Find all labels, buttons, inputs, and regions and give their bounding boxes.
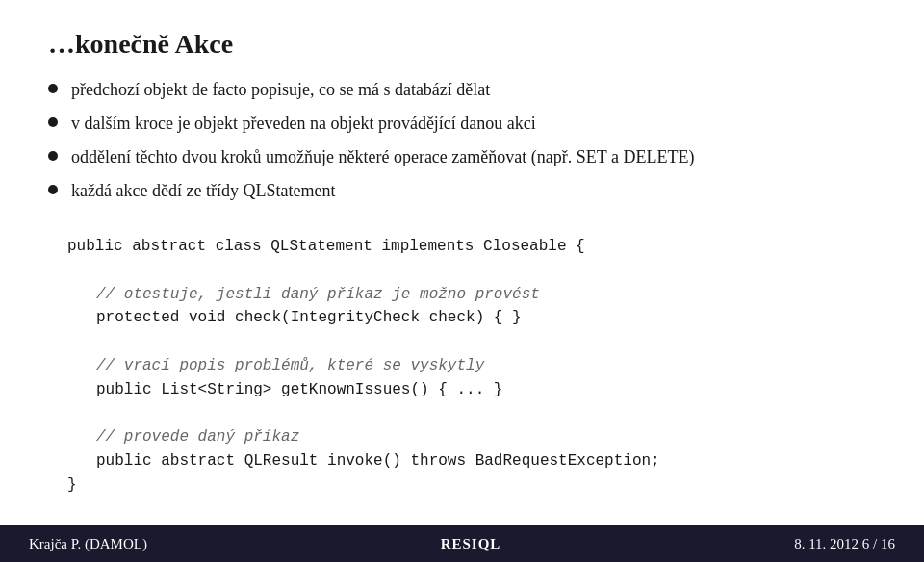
code-line-8: // provede daný příkaz bbox=[96, 425, 876, 449]
code-comment-text: // provede daný příkaz bbox=[96, 428, 299, 446]
content-area: …konečně Akce předchozí objekt de facto … bbox=[0, 0, 924, 525]
list-item: předchozí objekt de facto popisuje, co s… bbox=[48, 77, 876, 103]
code-comment-text: // vrací popis problémů, které se vyskyt… bbox=[96, 357, 484, 374]
code-text: public List<String> getKnownIssues() { .… bbox=[96, 381, 502, 398]
bullet-icon bbox=[48, 151, 58, 161]
code-line-0: public abstract class QLStatement implem… bbox=[67, 235, 876, 259]
code-block: public abstract class QLStatement implem… bbox=[67, 235, 876, 498]
code-line-5: // vrací popis problémů, které se vyskyt… bbox=[96, 354, 876, 378]
bullet-list: předchozí objekt de facto popisuje, co s… bbox=[48, 77, 876, 212]
bullet-text: v dalším kroce je objekt převeden na obj… bbox=[71, 111, 536, 137]
code-line-blank-7 bbox=[67, 402, 876, 426]
code-line-3: protected void check(IntegrityCheck chec… bbox=[96, 306, 876, 330]
bullet-text: předchozí objekt de facto popisuje, co s… bbox=[71, 77, 490, 103]
bullet-icon bbox=[48, 117, 58, 127]
footer-author: Krajča P. (DAMOL) bbox=[29, 536, 147, 552]
code-text: public abstract class QLStatement implem… bbox=[67, 238, 585, 255]
code-line-10: } bbox=[67, 473, 876, 498]
code-line-6: public List<String> getKnownIssues() { .… bbox=[96, 378, 876, 402]
list-item: v dalším kroce je objekt převeden na obj… bbox=[48, 111, 876, 137]
code-line-2: // otestuje, jestli daný příkaz je možno… bbox=[96, 283, 876, 307]
code-text: protected void check(IntegrityCheck chec… bbox=[96, 309, 522, 326]
code-line-blank-1 bbox=[67, 259, 876, 283]
slide: …konečně Akce předchozí objekt de facto … bbox=[0, 0, 924, 562]
bullet-text: oddělení těchto dvou kroků umožňuje někt… bbox=[71, 144, 694, 170]
code-line-9: public abstract QLResult invoke() throws… bbox=[96, 449, 876, 473]
bullet-text: každá akce dědí ze třídy QLStatement bbox=[71, 178, 335, 204]
code-comment-text: // otestuje, jestli daný příkaz je možno… bbox=[96, 286, 540, 303]
code-text: } bbox=[67, 476, 77, 494]
footer: Krajča P. (DAMOL) RESIQL 8. 11. 2012 6 /… bbox=[0, 525, 924, 562]
footer-pagination: 8. 11. 2012 6 / 16 bbox=[794, 536, 895, 552]
footer-title: RESIQL bbox=[441, 536, 501, 552]
bullet-icon bbox=[48, 185, 58, 194]
slide-title: …konečně Akce bbox=[48, 29, 876, 60]
code-text: public abstract QLResult invoke() throws… bbox=[96, 452, 660, 470]
list-item: oddělení těchto dvou kroků umožňuje někt… bbox=[48, 144, 876, 170]
list-item: každá akce dědí ze třídy QLStatement bbox=[48, 178, 876, 204]
code-line-blank-4 bbox=[67, 330, 876, 354]
bullet-icon bbox=[48, 84, 58, 93]
